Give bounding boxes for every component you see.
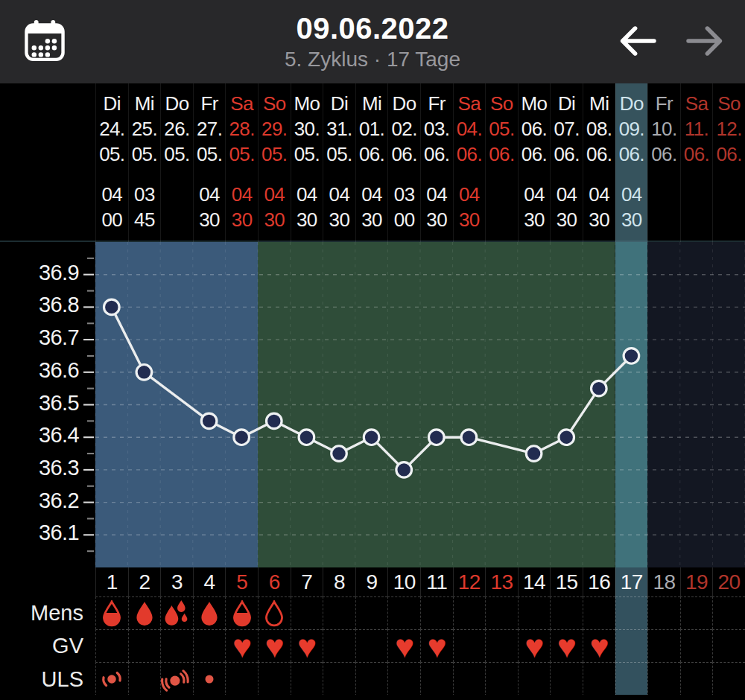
uls-cell[interactable] <box>647 662 680 696</box>
gv-cell[interactable]: ♥ <box>420 629 453 662</box>
cycle-day-number[interactable]: 16 <box>583 567 615 596</box>
cycle-day-number[interactable]: 4 <box>193 567 226 596</box>
mens-cell[interactable] <box>128 596 161 629</box>
day-column-header[interactable]: Mi08.06. <box>583 83 615 173</box>
temperature-point[interactable] <box>364 430 379 445</box>
day-column-header[interactable]: Fr27.05. <box>193 83 226 173</box>
mens-cell[interactable] <box>193 596 226 629</box>
temperature-point[interactable] <box>234 430 250 445</box>
day-column-header[interactable]: Do02.06. <box>387 83 420 173</box>
mens-cell[interactable] <box>712 596 745 629</box>
mens-cell[interactable] <box>550 596 583 629</box>
gv-cell[interactable] <box>680 629 713 662</box>
temperature-point[interactable] <box>104 299 120 315</box>
measure-time-cell[interactable]: 0430 <box>323 173 355 242</box>
mens-cell[interactable] <box>680 596 713 629</box>
measure-time-cell[interactable]: 0345 <box>128 173 161 242</box>
gv-cell[interactable]: ♥ <box>387 629 420 662</box>
measure-time-cell[interactable] <box>485 173 518 242</box>
uls-cell[interactable] <box>193 662 226 696</box>
measure-time-cell[interactable] <box>647 173 680 242</box>
gv-cell[interactable] <box>193 629 226 662</box>
uls-cell[interactable] <box>323 662 355 696</box>
measure-time-cell[interactable]: 0430 <box>518 173 551 242</box>
gv-cell[interactable] <box>485 629 518 662</box>
measure-time-cell[interactable]: 0400 <box>95 173 128 242</box>
day-column-header[interactable]: Sa11.06. <box>680 83 713 173</box>
measure-time-cell[interactable] <box>680 173 713 242</box>
uls-cell[interactable] <box>420 662 453 696</box>
day-column-header[interactable]: Di24.05. <box>95 83 128 173</box>
cycle-day-number[interactable]: 17 <box>615 567 648 596</box>
day-column-header[interactable]: Fr10.06. <box>647 83 680 173</box>
temperature-point[interactable] <box>136 365 152 381</box>
uls-cell[interactable] <box>712 662 745 696</box>
cycle-day-number[interactable]: 19 <box>680 567 713 596</box>
cycle-day-number[interactable]: 10 <box>387 567 420 596</box>
uls-cell[interactable] <box>387 662 420 696</box>
cycle-day-number[interactable]: 14 <box>518 567 551 596</box>
temperature-point[interactable] <box>559 430 574 445</box>
day-column-header[interactable]: Do26.05. <box>160 83 193 173</box>
mens-cell[interactable] <box>387 596 420 629</box>
day-column-header[interactable]: Mo06.06. <box>518 83 551 173</box>
gv-cell[interactable] <box>128 629 161 662</box>
uls-cell[interactable] <box>128 662 161 696</box>
gv-cell[interactable] <box>355 629 388 662</box>
measure-time-cell[interactable]: 0430 <box>550 173 583 242</box>
cycle-day-number[interactable]: 11 <box>420 567 453 596</box>
measure-time-cell[interactable]: 0300 <box>387 173 420 242</box>
gv-cell[interactable] <box>712 629 745 662</box>
mens-cell[interactable] <box>291 596 323 629</box>
measure-time-cell[interactable] <box>712 173 745 242</box>
measure-time-cell[interactable]: 0430 <box>615 173 648 242</box>
next-cycle-button[interactable] <box>682 19 729 64</box>
gv-cell[interactable]: ♥ <box>225 629 258 662</box>
mens-cell[interactable] <box>615 596 648 629</box>
measure-time-cell[interactable]: 0430 <box>258 173 291 242</box>
gv-cell[interactable] <box>615 629 648 662</box>
mens-cell[interactable] <box>583 596 615 629</box>
temperature-point[interactable] <box>429 430 445 445</box>
mens-cell[interactable] <box>258 596 291 629</box>
cycle-day-number[interactable]: 18 <box>647 567 680 596</box>
gv-cell[interactable]: ♥ <box>258 629 291 662</box>
measure-time-cell[interactable]: 0430 <box>291 173 323 242</box>
measure-time-cell[interactable]: 0430 <box>193 173 226 242</box>
measure-time-cell[interactable]: 0430 <box>420 173 453 242</box>
mens-cell[interactable] <box>323 596 355 629</box>
uls-cell[interactable] <box>160 662 193 696</box>
mens-cell[interactable] <box>420 596 453 629</box>
cycle-day-number[interactable]: 12 <box>453 567 486 596</box>
measure-time-cell[interactable]: 0430 <box>355 173 388 242</box>
day-column-header[interactable]: So12.06. <box>712 83 745 173</box>
day-column-header[interactable]: Mi01.06. <box>355 83 388 173</box>
temperature-point[interactable] <box>461 430 477 445</box>
cycle-day-number[interactable]: 1 <box>95 567 128 596</box>
gv-cell[interactable] <box>95 629 128 662</box>
measure-time-cell[interactable] <box>160 173 193 242</box>
uls-cell[interactable] <box>550 662 583 696</box>
prev-cycle-button[interactable] <box>614 19 660 64</box>
uls-cell[interactable] <box>583 662 615 696</box>
day-column-header[interactable]: Sa04.06. <box>453 83 486 173</box>
day-column-header[interactable]: Sa28.05. <box>225 83 258 173</box>
measure-time-cell[interactable]: 0430 <box>453 173 486 242</box>
cycle-day-number[interactable]: 15 <box>550 567 583 596</box>
uls-cell[interactable] <box>615 662 648 696</box>
temperature-point[interactable] <box>396 462 412 478</box>
uls-cell[interactable] <box>95 662 128 696</box>
uls-cell[interactable] <box>258 662 291 696</box>
day-column-header[interactable]: Do09.06. <box>615 83 648 173</box>
uls-cell[interactable] <box>680 662 713 696</box>
gv-cell[interactable] <box>453 629 486 662</box>
cycle-day-number[interactable]: 20 <box>712 567 745 596</box>
gv-cell[interactable] <box>160 629 193 662</box>
cycle-day-number[interactable]: 9 <box>355 567 388 596</box>
mens-cell[interactable] <box>160 596 193 629</box>
temperature-chart[interactable] <box>0 242 745 567</box>
mens-cell[interactable] <box>453 596 486 629</box>
temperature-point[interactable] <box>592 381 607 396</box>
gv-cell[interactable] <box>647 629 680 662</box>
mens-cell[interactable] <box>647 596 680 629</box>
